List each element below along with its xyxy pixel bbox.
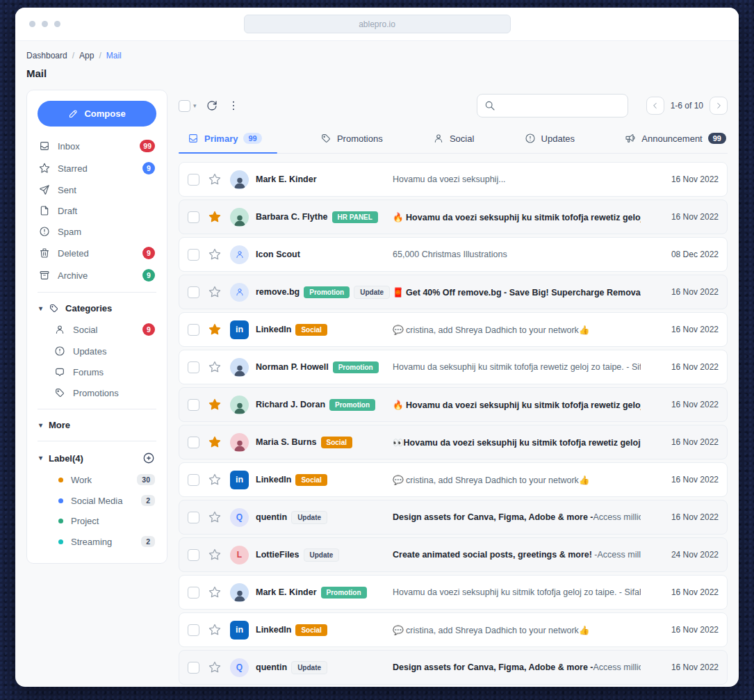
- email-checkbox[interactable]: [188, 361, 199, 373]
- sidebar-item-deleted[interactable]: Deleted 9: [38, 242, 156, 264]
- refresh-button[interactable]: [206, 99, 218, 112]
- breadcrumb-mail[interactable]: Mail: [106, 51, 122, 60]
- window-control-dot[interactable]: [54, 21, 60, 27]
- select-all-checkbox[interactable]: [179, 100, 190, 112]
- sidebar-label-project[interactable]: Project: [38, 511, 156, 531]
- sidebar-item-sent[interactable]: Sent: [38, 179, 156, 200]
- add-label-button[interactable]: [142, 452, 155, 464]
- compose-button[interactable]: Compose: [38, 101, 156, 127]
- window-control-dot[interactable]: [42, 21, 48, 27]
- email-checkbox[interactable]: [188, 549, 199, 561]
- breadcrumb-dashboard[interactable]: Dashboard: [26, 51, 67, 60]
- avatar: Q: [230, 508, 249, 527]
- sender-cell: LinkedIn Social: [256, 624, 393, 636]
- email-row[interactable]: Q quentin Update Design assets for Canva…: [179, 500, 728, 535]
- email-list: Mark E. Kinder Hovamu da voezi seksuphij…: [179, 162, 728, 685]
- email-checkbox[interactable]: [188, 437, 199, 448]
- tab-announcement[interactable]: Announcement 99: [618, 129, 728, 153]
- email-row[interactable]: Maria S. Burns Social 👀Hovamu da voezi s…: [179, 425, 728, 459]
- email-checkbox[interactable]: [188, 211, 199, 223]
- star-toggle[interactable]: [208, 286, 221, 298]
- email-row[interactable]: in LinkedIn Social 💬 cristina, add Shrey…: [179, 612, 728, 647]
- star-toggle[interactable]: [208, 248, 221, 261]
- search-input[interactable]: [501, 101, 621, 111]
- megaphone-icon: [625, 133, 636, 144]
- labels-header[interactable]: ▾ Label(4): [38, 447, 156, 469]
- sidebar-label-streaming[interactable]: Streaming 2: [38, 531, 156, 552]
- alert-circle-icon: [525, 133, 536, 144]
- email-date: 16 Nov 2022: [669, 512, 719, 522]
- email-row[interactable]: Barbara C. Flythe HR PANEL 🔥 Hovamu da v…: [179, 200, 728, 234]
- address-bar[interactable]: ablepro.io: [244, 15, 511, 33]
- email-checkbox[interactable]: [188, 399, 199, 411]
- star-toggle[interactable]: [208, 473, 221, 486]
- sidebar-item-forums[interactable]: Forums: [38, 361, 156, 382]
- star-toggle[interactable]: [208, 511, 221, 523]
- select-dropdown-icon[interactable]: ▾: [193, 103, 197, 109]
- email-checkbox[interactable]: [188, 662, 199, 674]
- star-toggle[interactable]: [208, 323, 221, 336]
- email-checkbox[interactable]: [188, 512, 199, 523]
- email-checkbox[interactable]: [188, 624, 199, 636]
- prev-page-button[interactable]: [646, 97, 664, 115]
- breadcrumb-app[interactable]: App: [79, 51, 94, 60]
- more-options-button[interactable]: [227, 99, 240, 112]
- sidebar-item-social[interactable]: Social 9: [38, 318, 156, 341]
- sidebar-item-updates[interactable]: Updates: [38, 341, 156, 361]
- email-row[interactable]: Mark E. Kinder Hovamu da voezi seksuphij…: [179, 162, 728, 197]
- sidebar-item-archive[interactable]: Archive 9: [38, 264, 156, 286]
- email-subject: 🔥 Hovamu da voezi seksuphij ku sitmik to…: [393, 400, 641, 410]
- subject-bold: Design assets for Canva, Figma, Adobe & …: [393, 512, 593, 522]
- star-toggle[interactable]: [208, 661, 221, 674]
- tab-primary[interactable]: Primary 99: [179, 129, 277, 153]
- sidebar-item-promotions[interactable]: Promotions: [38, 382, 156, 403]
- tab-updates[interactable]: Updates: [518, 129, 582, 153]
- categories-header[interactable]: ▾ Categories: [38, 298, 156, 318]
- subject-snippet: 65,000 Christmas Illustrations: [393, 250, 507, 259]
- email-row[interactable]: Icon Scout 65,000 Christmas Illustration…: [179, 237, 728, 272]
- email-row[interactable]: Norman P. Howell Promotion Hovamu da sek…: [179, 350, 728, 384]
- folder-label: Forums: [73, 367, 104, 377]
- sidebar-item-inbox[interactable]: Inbox 99: [38, 135, 156, 157]
- more-header[interactable]: ▾ More: [38, 415, 156, 435]
- tab-promotions[interactable]: Promotions: [313, 129, 390, 153]
- sidebar-item-starred[interactable]: Starred 9: [38, 157, 156, 179]
- folder-label: Updates: [73, 346, 106, 357]
- star-toggle[interactable]: [208, 436, 221, 448]
- next-page-button[interactable]: [710, 97, 728, 115]
- tab-label: Announcement: [641, 133, 702, 144]
- sidebar-item-draft[interactable]: Draft: [38, 200, 156, 221]
- star-toggle[interactable]: [208, 586, 221, 599]
- email-row[interactable]: Mark E. Kinder Promotion Hovamu da voezi…: [179, 575, 728, 610]
- email-row[interactable]: Q quentin Update Design assets for Canva…: [179, 650, 728, 685]
- label-dot: [58, 498, 63, 503]
- email-checkbox[interactable]: [188, 249, 199, 261]
- tag-icon: [320, 133, 331, 144]
- star-toggle[interactable]: [208, 361, 221, 373]
- tab-social[interactable]: Social: [426, 129, 481, 153]
- email-row[interactable]: Richard J. Doran Promotion 🔥 Hovamu da v…: [179, 387, 728, 422]
- sidebar-label-social-media[interactable]: Social Media 2: [38, 490, 156, 511]
- star-toggle[interactable]: [208, 211, 221, 223]
- mail-sidebar: Compose Inbox 99 Starred 9 Sent Draft Sp…: [26, 90, 167, 564]
- email-row[interactable]: L LottieFiles Update Create animated soc…: [179, 537, 728, 572]
- email-checkbox[interactable]: [188, 286, 199, 298]
- email-checkbox[interactable]: [188, 174, 199, 186]
- star-toggle[interactable]: [208, 173, 221, 186]
- label-dot: [58, 519, 63, 523]
- sidebar-label-work[interactable]: Work 30: [38, 469, 156, 490]
- email-row[interactable]: in LinkedIn Social 💬 cristina, add Shrey…: [179, 462, 728, 497]
- window-control-dot[interactable]: [29, 21, 35, 27]
- email-row[interactable]: in LinkedIn Social 💬 cristina, add Shrey…: [179, 312, 728, 347]
- window-controls[interactable]: [29, 21, 60, 27]
- search-box[interactable]: [477, 94, 628, 117]
- email-checkbox[interactable]: [188, 587, 199, 599]
- star-toggle[interactable]: [208, 398, 221, 411]
- label-dot: [58, 478, 63, 482]
- star-toggle[interactable]: [208, 624, 221, 636]
- sidebar-item-spam[interactable]: Spam: [38, 221, 156, 242]
- star-toggle[interactable]: [208, 548, 221, 561]
- email-checkbox[interactable]: [188, 474, 199, 486]
- email-row[interactable]: remove.bg PromotionUpdate 🧧 Get 40% Off …: [179, 275, 728, 309]
- email-checkbox[interactable]: [188, 324, 199, 336]
